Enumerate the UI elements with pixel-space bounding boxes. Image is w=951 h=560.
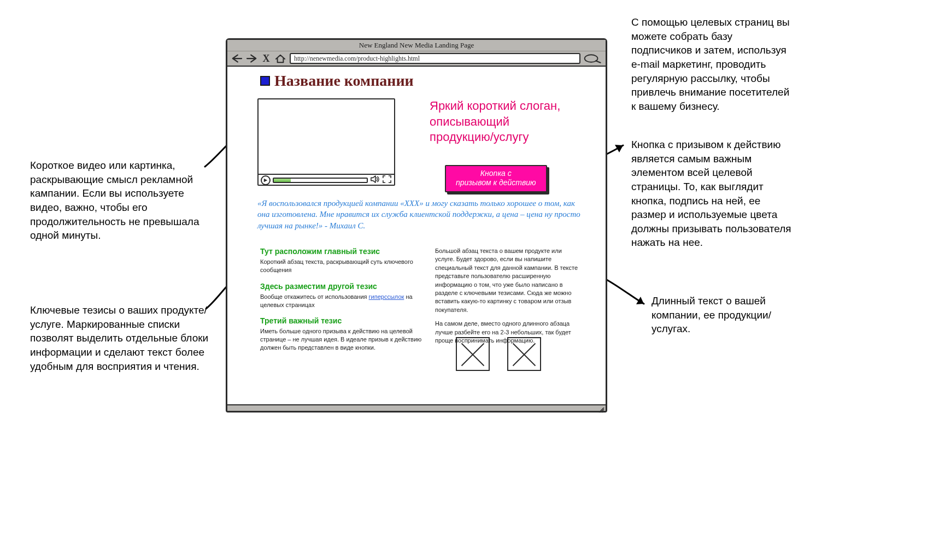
annotation-email-marketing: С помощью целевых страниц вы можете собр… xyxy=(631,15,795,113)
home-icon[interactable] xyxy=(274,52,286,64)
play-icon[interactable] xyxy=(261,175,271,185)
thesis-body: Короткий абзац текста, раскрывающий суть… xyxy=(260,258,423,274)
theses-block: Тут расположим главный тезис Короткий аб… xyxy=(260,247,423,359)
page-content: Название компании Яркий коро xyxy=(227,67,606,404)
image-placeholder xyxy=(456,337,490,371)
cta-label-line2: призывом к действию xyxy=(456,178,536,187)
hyperlink-example[interactable]: гиперссылок xyxy=(369,293,404,300)
back-icon[interactable] xyxy=(231,52,243,64)
fullscreen-icon[interactable] xyxy=(382,175,392,186)
thesis-body: Иметь больше одного призыва к действию н… xyxy=(260,327,423,352)
video-player[interactable] xyxy=(257,98,395,186)
annotation-longtext: Длинный текст о вашей компании, ее проду… xyxy=(651,294,807,336)
company-name: Название компании xyxy=(274,72,414,90)
svg-line-5 xyxy=(596,61,601,62)
annotation-video: Короткое видео или картинка, раскрывающи… xyxy=(30,158,210,243)
video-controls xyxy=(259,174,394,186)
browser-mockup: New England New Media Landing Page X Наз… xyxy=(226,38,607,412)
annotation-theses: Ключевые тезисы о ваших продукте/услуге.… xyxy=(30,303,213,373)
volume-icon[interactable] xyxy=(370,175,380,186)
video-progress[interactable] xyxy=(273,178,368,183)
thesis-body: Вообще откажитесь от использования гипер… xyxy=(260,293,423,309)
stop-icon[interactable]: X xyxy=(261,52,271,64)
logo-block: Название компании xyxy=(260,72,414,90)
forward-icon[interactable] xyxy=(246,52,258,64)
svg-marker-6 xyxy=(264,179,267,182)
cta-button[interactable]: Кнопка с призывом к действию xyxy=(445,165,547,192)
browser-toolbar: X xyxy=(227,51,606,67)
image-placeholder xyxy=(507,337,541,371)
testimonial-quote: «Я воспользовался продукцией компании «X… xyxy=(257,198,588,231)
browser-statusbar xyxy=(227,404,606,411)
thesis-title: Тут расположим главный тезис xyxy=(260,247,423,256)
search-icon[interactable] xyxy=(584,52,602,64)
long-description-p1: Большой абзац текста о вашем продукте ил… xyxy=(435,247,580,314)
thesis-title: Здесь разместим другой тезис xyxy=(260,282,423,291)
browser-title: New England New Media Landing Page xyxy=(227,40,606,51)
slogan: Яркий короткий слоган, описывающий проду… xyxy=(430,98,574,145)
resize-handle-icon[interactable] xyxy=(598,405,604,411)
thesis-title: Третий важный тезис xyxy=(260,316,423,325)
annotation-cta: Кнопка с призывом к действию является са… xyxy=(631,138,795,250)
video-screen[interactable] xyxy=(259,99,394,174)
cta-label-line1: Кнопка с xyxy=(480,169,512,178)
image-placeholders xyxy=(456,337,541,371)
url-input[interactable] xyxy=(290,53,580,64)
logo-swatch xyxy=(260,76,270,86)
long-description: Большой абзац текста о вашем продукте ил… xyxy=(435,247,580,350)
